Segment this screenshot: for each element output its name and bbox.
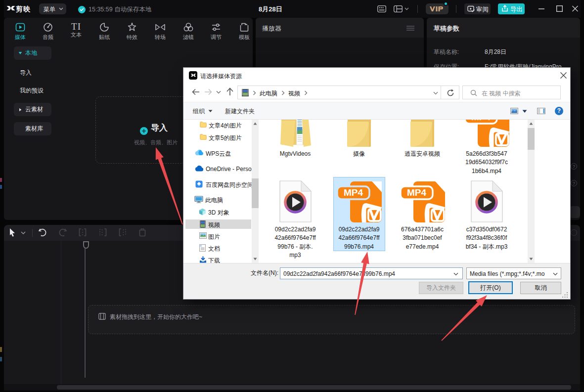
svg-text:MP4: MP4 [407,187,427,198]
svg-text:MP4: MP4 [344,187,363,198]
svg-text:MP4: MP4 [471,120,491,122]
